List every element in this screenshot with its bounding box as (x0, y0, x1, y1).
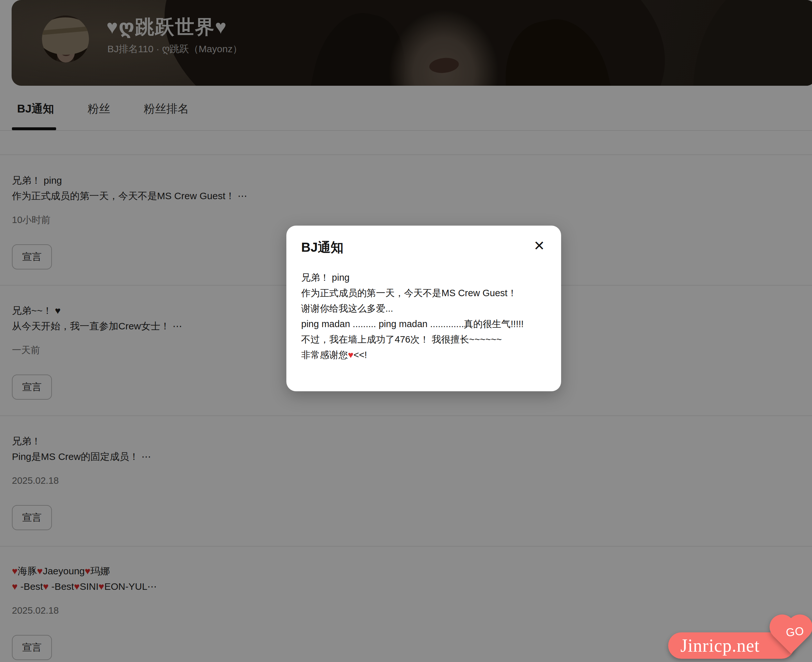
modal-body: 兄弟！ ping 作为正式成员的第一天，今天不是MS Crew Guest！ 谢… (301, 270, 547, 363)
modal-body-line: 不过，我在墙上成功了476次！ 我很擅长~~~~~~ (301, 332, 547, 347)
bj-profile-page: ♥ღ跳跃世界♥ BJ排名110 · ღ跳跃（Mayonz） BJ通知 粉丝 粉丝… (0, 0, 812, 662)
modal-body-line: 兄弟！ ping (301, 270, 547, 285)
modal-title: BJ通知 (301, 238, 343, 256)
watermark-site-label: Jinricp.net (668, 635, 760, 656)
watermark-go-label: GO (785, 624, 805, 639)
modal-body-line: 作为正式成员的第一天，今天不是MS Crew Guest！ (301, 285, 547, 301)
modal-body-line: 谢谢你给我这么多爱... (301, 301, 547, 316)
modal-body-line: ping madan ......... ping madan ........… (301, 316, 547, 332)
close-icon[interactable]: ✕ (526, 233, 552, 259)
modal-body-line: 非常感谢您♥<<! (301, 347, 547, 363)
bj-notice-modal: BJ通知 ✕ 兄弟！ ping 作为正式成员的第一天，今天不是MS Crew G… (286, 226, 561, 391)
